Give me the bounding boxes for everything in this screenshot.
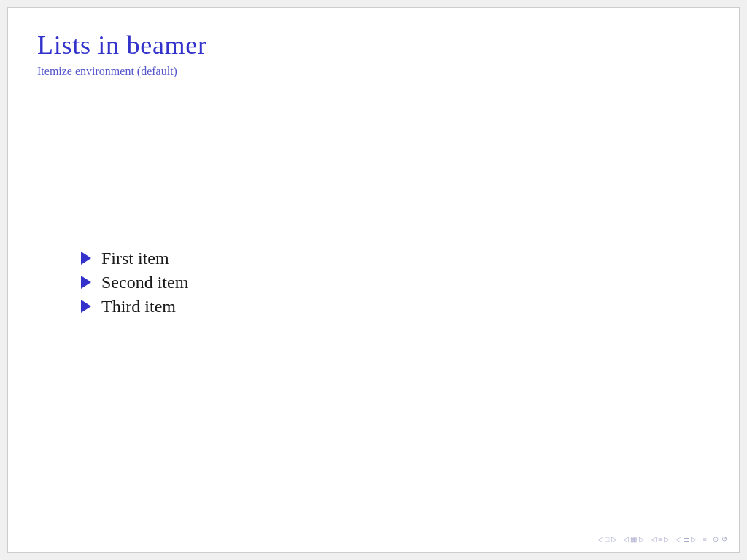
nav-subsection-icon[interactable]: ◁ ≡ ▷: [651, 535, 670, 543]
nav-zoom-icon[interactable]: ⊙: [713, 535, 719, 543]
nav-refresh-icon[interactable]: ↺: [721, 535, 727, 543]
list-item: First item: [81, 249, 710, 268]
item-list: First itemSecond itemThird item: [81, 249, 710, 316]
nav-prev-icon[interactable]: ◁ □ ▷: [597, 535, 617, 543]
item-text: Third item: [101, 297, 176, 316]
nav-align-icon[interactable]: ≡: [703, 535, 707, 543]
bullet-arrow-icon: [81, 276, 91, 289]
content-area: First itemSecond itemThird item: [37, 78, 710, 530]
nav-subsubsection-icon[interactable]: ◁ ≣ ▷: [676, 535, 697, 543]
bottom-nav: ◁ □ ▷ ◁ ▦ ▷ ◁ ≡ ▷ ◁ ≣ ▷ ≡ ⊙ ↺: [597, 535, 727, 543]
nav-section-icon[interactable]: ◁ ▦ ▷: [623, 535, 645, 543]
bullet-arrow-icon: [81, 300, 91, 313]
item-text: First item: [101, 249, 169, 268]
list-item: Third item: [81, 297, 710, 316]
slide: Lists in beamer Itemize environment (def…: [7, 7, 740, 553]
bullet-arrow-icon: [81, 252, 91, 265]
list-item: Second item: [81, 273, 710, 292]
slide-subtitle: Itemize environment (default): [37, 65, 710, 78]
slide-title: Lists in beamer: [37, 30, 710, 61]
item-text: Second item: [101, 273, 188, 292]
slide-header: Lists in beamer Itemize environment (def…: [37, 30, 710, 78]
